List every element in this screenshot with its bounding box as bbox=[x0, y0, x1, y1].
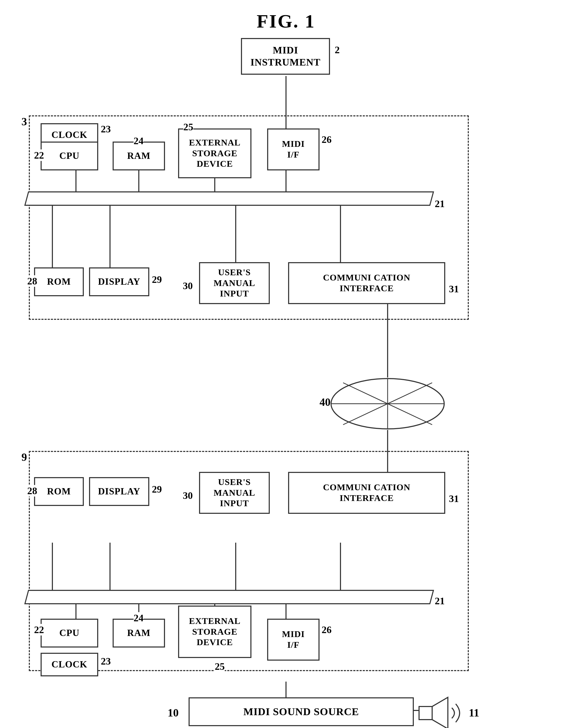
midi-sound-source-label: MIDI SOUND SOURCE bbox=[243, 706, 359, 718]
users-manual-input-top-label: USER'S MANUAL INPUT bbox=[214, 267, 255, 299]
users-manual-input-top-box: USER'S MANUAL INPUT bbox=[199, 262, 270, 304]
ref-31b: 31 bbox=[449, 493, 459, 504]
rom-bottom-label: ROM bbox=[47, 486, 71, 497]
ref-28a: 28 bbox=[27, 275, 37, 287]
bus-top bbox=[26, 191, 432, 206]
ref-21b: 21 bbox=[435, 595, 445, 607]
ram-top-label: RAM bbox=[127, 150, 151, 162]
users-manual-input-bottom-box: USER'S MANUAL INPUT bbox=[199, 472, 270, 514]
ext-storage-bottom-label: EXTERNAL STORAGE DEVICE bbox=[189, 616, 241, 648]
svg-marker-30 bbox=[432, 697, 448, 728]
figure-title: FIG. 1 bbox=[257, 10, 315, 32]
ref-21a: 21 bbox=[435, 198, 445, 209]
ref-10: 10 bbox=[168, 707, 178, 719]
ref-25b: 25 bbox=[215, 661, 225, 672]
clock-bottom-box: CLOCK bbox=[41, 653, 98, 676]
ext-storage-top-box: EXTERNAL STORAGE DEVICE bbox=[178, 128, 252, 178]
ref-40: 40 bbox=[319, 396, 331, 409]
cpu-top-label: CPU bbox=[60, 150, 80, 162]
ext-storage-top-label: EXTERNAL STORAGE DEVICE bbox=[189, 137, 241, 169]
ref-11: 11 bbox=[469, 707, 479, 719]
ref-28b: 28 bbox=[27, 485, 37, 496]
speaker-icon bbox=[416, 695, 469, 728]
ref-29a: 29 bbox=[152, 274, 162, 285]
display-top-label: DISPLAY bbox=[98, 276, 140, 287]
midi-instrument-label: MIDI INSTRUMENT bbox=[242, 44, 329, 68]
ref-23a: 23 bbox=[101, 123, 111, 135]
ram-bottom-label: RAM bbox=[127, 627, 151, 639]
ref-2: 2 bbox=[335, 44, 340, 56]
clock-top-label: CLOCK bbox=[51, 129, 87, 140]
ref-26a: 26 bbox=[321, 134, 332, 145]
ref-22a: 22 bbox=[34, 149, 44, 161]
ref-22b: 22 bbox=[34, 624, 44, 635]
ref-30a: 30 bbox=[183, 280, 193, 292]
ref-24a: 24 bbox=[134, 135, 144, 146]
midi-instrument-box: MIDI INSTRUMENT bbox=[241, 38, 330, 75]
display-bottom-box: DISPLAY bbox=[89, 477, 149, 506]
ref-9: 9 bbox=[21, 451, 27, 464]
midi-if-top-box: MIDI I/F bbox=[267, 128, 319, 170]
midi-if-top-label: MIDI I/F bbox=[282, 139, 305, 160]
bus-bottom bbox=[26, 590, 432, 604]
cpu-bottom-box: CPU bbox=[41, 619, 98, 648]
ref-3: 3 bbox=[21, 115, 27, 128]
ref-23b: 23 bbox=[101, 655, 111, 667]
ext-storage-bottom-box: EXTERNAL STORAGE DEVICE bbox=[178, 606, 252, 658]
rom-top-box: ROM bbox=[34, 267, 84, 296]
comm-interface-bottom-label: COMMUNI CATION INTERFACE bbox=[323, 482, 410, 503]
users-manual-input-bottom-label: USER'S MANUAL INPUT bbox=[214, 477, 255, 509]
display-bottom-label: DISPLAY bbox=[98, 486, 140, 497]
cpu-top-box: CPU bbox=[41, 141, 98, 170]
rom-bottom-box: ROM bbox=[34, 477, 84, 506]
ref-30b: 30 bbox=[183, 490, 193, 501]
svg-rect-29 bbox=[419, 707, 432, 720]
ref-24b: 24 bbox=[134, 612, 144, 624]
comm-interface-top-label: COMMUNI CATION INTERFACE bbox=[323, 272, 410, 294]
comm-interface-top-box: COMMUNI CATION INTERFACE bbox=[288, 262, 445, 304]
ref-25a: 25 bbox=[183, 121, 193, 133]
network-symbol bbox=[330, 377, 445, 430]
ref-26b: 26 bbox=[321, 624, 332, 635]
midi-if-bottom-label: MIDI I/F bbox=[282, 629, 305, 650]
midi-sound-source-box: MIDI SOUND SOURCE bbox=[189, 697, 414, 726]
ref-29b: 29 bbox=[152, 483, 162, 495]
comm-interface-bottom-box: COMMUNI CATION INTERFACE bbox=[288, 472, 445, 514]
midi-if-bottom-box: MIDI I/F bbox=[267, 619, 319, 661]
ref-31a: 31 bbox=[449, 283, 459, 295]
clock-bottom-label: CLOCK bbox=[51, 659, 87, 670]
display-top-box: DISPLAY bbox=[89, 267, 149, 296]
rom-top-label: ROM bbox=[47, 276, 71, 287]
cpu-bottom-label: CPU bbox=[60, 627, 80, 639]
